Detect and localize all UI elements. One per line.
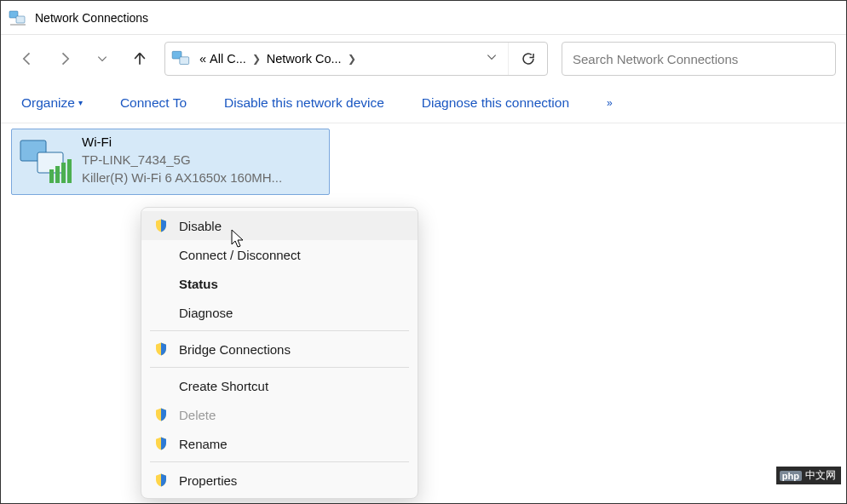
- svg-rect-3: [180, 57, 189, 65]
- chevron-right-icon[interactable]: ❯: [248, 53, 265, 65]
- breadcrumb-seg-network[interactable]: Network Co... ❯: [265, 43, 360, 75]
- context-menu-item-create-shortcut[interactable]: Create Shortcut: [141, 371, 418, 400]
- context-menu-item-status[interactable]: Status: [141, 269, 418, 298]
- chevron-right-icon[interactable]: ❯: [343, 53, 360, 65]
- command-bar: Organize▾ Connect To Disable this networ…: [1, 83, 846, 123]
- context-menu-label: Delete: [179, 408, 216, 422]
- diagnose-button[interactable]: Diagnose this connection: [422, 95, 569, 111]
- context-menu-item-diagnose[interactable]: Diagnose: [141, 298, 418, 327]
- address-bar[interactable]: « All C... ❯ Network Co... ❯: [164, 42, 548, 76]
- network-connections-icon: [170, 48, 193, 70]
- mouse-cursor-icon: [231, 229, 246, 249]
- context-menu-label: Diagnose: [179, 306, 233, 320]
- adapter-name: Wi-Fi: [82, 133, 282, 151]
- back-button[interactable]: [11, 43, 43, 75]
- forward-button[interactable]: [49, 43, 81, 75]
- watermark: php 中文网: [776, 467, 841, 484]
- search-input[interactable]: Search Network Connections: [562, 42, 836, 76]
- disable-device-button[interactable]: Disable this network device: [224, 95, 384, 111]
- refresh-button[interactable]: [508, 43, 547, 75]
- breadcrumb-overflow[interactable]: «: [198, 52, 208, 66]
- window-title: Network Connections: [35, 11, 148, 25]
- recent-dropdown[interactable]: [86, 43, 118, 75]
- connect-to-button[interactable]: Connect To: [120, 95, 187, 111]
- context-menu: DisableConnect / DisconnectStatusDiagnos…: [141, 207, 418, 499]
- context-menu-label: Create Shortcut: [179, 379, 268, 393]
- context-menu-label: Connect / Disconnect: [179, 248, 301, 262]
- organize-menu[interactable]: Organize▾: [21, 95, 83, 111]
- context-menu-label: Bridge Connections: [179, 342, 291, 357]
- context-menu-item-disable[interactable]: Disable: [141, 211, 418, 240]
- svg-rect-8: [61, 163, 66, 183]
- context-menu-item-bridge-connections[interactable]: Bridge Connections: [141, 335, 418, 364]
- content-area: Wi-Fi TP-LINK_7434_5G Killer(R) Wi-Fi 6 …: [1, 123, 846, 200]
- context-menu-item-rename[interactable]: Rename: [141, 429, 418, 458]
- adapter-device: Killer(R) Wi-Fi 6 AX1650x 160MH...: [82, 169, 282, 186]
- context-menu-label: Disable: [179, 219, 222, 233]
- up-button[interactable]: [124, 43, 156, 75]
- adapter-ssid: TP-LINK_7434_5G: [82, 151, 282, 169]
- context-menu-label: Rename: [179, 437, 228, 451]
- chevron-down-icon: ▾: [78, 98, 83, 107]
- svg-rect-9: [67, 159, 72, 183]
- network-connections-icon: [8, 8, 28, 28]
- adapter-item-wifi[interactable]: Wi-Fi TP-LINK_7434_5G Killer(R) Wi-Fi 6 …: [11, 129, 330, 195]
- network-adapter-icon: [19, 137, 73, 186]
- context-menu-separator: [150, 461, 409, 462]
- svg-rect-6: [49, 169, 54, 183]
- context-menu-label: Properties: [179, 473, 237, 488]
- address-dropdown[interactable]: [475, 51, 508, 66]
- svg-rect-7: [55, 166, 60, 183]
- overflow-menu[interactable]: »: [607, 97, 613, 109]
- context-menu-separator: [150, 330, 409, 331]
- context-menu-item-delete: Delete: [141, 400, 418, 429]
- context-menu-item-properties[interactable]: Properties: [141, 466, 418, 495]
- context-menu-separator: [150, 367, 409, 368]
- breadcrumb-seg-allc[interactable]: All C... ❯: [208, 43, 265, 75]
- nav-row: « All C... ❯ Network Co... ❯ Search Netw…: [1, 35, 846, 83]
- context-menu-item-connect-disconnect[interactable]: Connect / Disconnect: [141, 240, 418, 269]
- svg-rect-1: [16, 16, 25, 23]
- search-placeholder: Search Network Connections: [573, 52, 738, 66]
- context-menu-label: Status: [179, 277, 218, 291]
- title-bar: Network Connections: [1, 1, 846, 35]
